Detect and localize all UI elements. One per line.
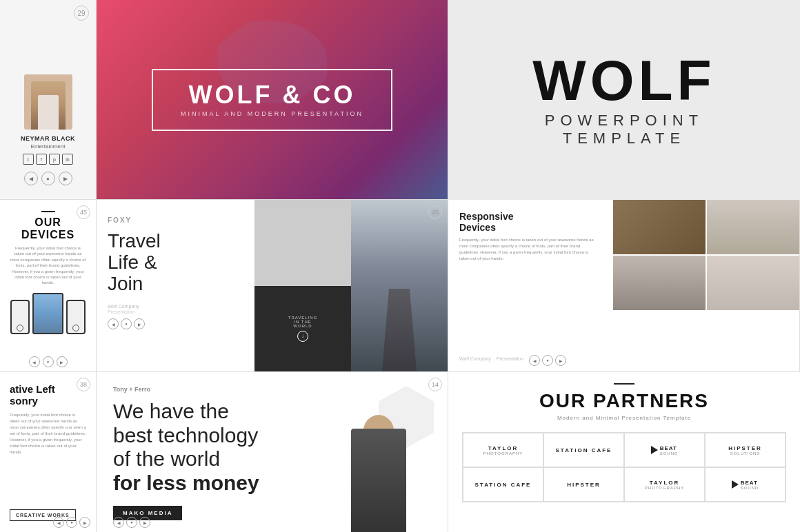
hero-box: WOLF & CO MINIMAL AND MODERN PRESENTATIO… <box>152 69 392 131</box>
prev-icon[interactable]: ◀ <box>24 172 38 185</box>
travel-image-1 <box>254 200 351 286</box>
masonry-title: ative Leftsonry <box>10 383 86 407</box>
devices-title-bar <box>41 211 55 212</box>
travel-title: TravelLife &Join <box>108 231 243 294</box>
partner-station-name-2: STATION CAFE <box>475 482 532 488</box>
devices-mockups <box>10 293 86 334</box>
slide-number-technology: 14 <box>428 378 442 391</box>
travel-next-icon[interactable]: ▶ <box>134 318 145 329</box>
profile-name: NEYMAR BLACK <box>21 135 75 142</box>
traveling-text: TRAVELINGIN THEWORLD <box>288 316 318 328</box>
phone-mockup-1 <box>10 300 30 334</box>
download-icon[interactable]: ↓ <box>297 331 308 342</box>
travel-home-icon[interactable]: ● <box>121 318 132 329</box>
facebook-icon[interactable]: f <box>36 154 47 165</box>
partner-taylor-1: TAYLORPHOTOGRAPHY <box>463 433 543 467</box>
devices-next-icon[interactable]: ▶ <box>57 356 68 367</box>
travel-image-2 <box>351 200 448 371</box>
title-card-slide: WOLF POWERPOINT TEMPLATE <box>448 0 800 200</box>
tower-image <box>351 200 448 371</box>
tablet-screen <box>34 294 62 333</box>
responsive-home-icon[interactable]: ● <box>542 355 553 366</box>
slide-number-travel: 45 <box>428 205 442 219</box>
travel-presentation-label: Presentation <box>108 309 243 314</box>
partner-station-1: STATION CAFE <box>543 433 624 467</box>
profile-slide: 29 NEYMAR BLACK Entertainment t f p in ◀… <box>0 0 97 200</box>
devices-nav: ◀ ● ▶ <box>0 356 96 367</box>
pinterest-icon[interactable]: p <box>49 154 60 165</box>
profile-photo <box>24 74 72 130</box>
resp-image-1 <box>613 200 706 254</box>
beat-text-2: BEAT SOUND <box>741 480 759 490</box>
resp-image-2 <box>707 200 799 254</box>
devices-title: OUR DEVICES <box>10 216 86 241</box>
resp-image-3 <box>613 256 706 310</box>
person-body <box>351 429 406 532</box>
travel-images: TRAVELINGIN THEWORLD ↓ <box>254 200 448 371</box>
responsive-company: Wolf Company <box>459 356 491 361</box>
play-triangle-1 <box>651 446 658 454</box>
masonry-text: Frequently, your initial font choice is … <box>10 412 86 456</box>
travel-footer: Wolf Company Presentation <box>108 304 243 314</box>
beat-text-1: BEAT SOUND <box>660 445 679 456</box>
profile-role: Entertainment <box>31 143 66 150</box>
partner-hipster-name-1: HIPSTERSOLUTIONS <box>728 445 762 456</box>
tech-person <box>337 408 420 532</box>
resp-image-4 <box>707 256 799 310</box>
partners-grid: TAYLORPHOTOGRAPHY STATION CAFE BEAT SOUN… <box>462 432 786 502</box>
partner-beat-play-1: BEAT SOUND <box>651 445 679 456</box>
responsive-images <box>613 200 799 310</box>
tech-next-icon[interactable]: ▶ <box>139 517 150 528</box>
tech-prev-icon[interactable]: ◀ <box>113 517 124 528</box>
responsive-presentation: Presentation <box>497 356 523 361</box>
partner-taylor-name-1: TAYLORPHOTOGRAPHY <box>483 445 523 456</box>
social-icons-group: t f p in <box>23 154 73 165</box>
hero-title: WOLF & CO <box>181 83 363 108</box>
play-triangle-2 <box>732 480 739 489</box>
home-icon[interactable]: ● <box>41 172 55 185</box>
travel-text-area: FOXY TravelLife &Join Wolf Company Prese… <box>97 200 254 371</box>
devices-home-icon[interactable]: ● <box>43 356 54 367</box>
title-wolf: WOLF <box>532 52 715 109</box>
partner-taylor-2: TAYLORPHOTOGRAPHY <box>624 467 705 502</box>
title-powerpoint: POWERPOINT <box>545 112 703 130</box>
partners-title-bar <box>614 383 634 385</box>
partner-taylor-name-2: TAYLORPHOTOGRAPHY <box>645 480 685 490</box>
partner-beat-play-2: BEAT SOUND <box>732 480 759 490</box>
partners-title: OUR PARTNERS <box>462 390 786 412</box>
masonry-next-icon[interactable]: ▶ <box>79 517 90 528</box>
devices-text: Frequently, your initial font choice is … <box>10 245 86 286</box>
partner-station-2: STATION CAFE <box>463 467 543 502</box>
travel-image-3: TRAVELINGIN THEWORLD ↓ <box>254 286 351 372</box>
responsive-nav: ◀ ● ▶ <box>529 355 566 366</box>
masonry-prev-icon[interactable]: ◀ <box>53 517 64 528</box>
responsive-prev-icon[interactable]: ◀ <box>529 355 540 366</box>
devices-slide: 45 OUR DEVICES Frequently, your initial … <box>0 200 97 372</box>
masonry-slide: 38 ative Leftsonry Frequently, your init… <box>0 372 97 532</box>
phone-mockup-2 <box>66 300 86 334</box>
tablet-mockup <box>32 293 63 334</box>
title-template: TEMPLATE <box>563 130 686 147</box>
tech-nav: ◀ ● ▶ <box>113 517 150 528</box>
travel-brand: FOXY <box>108 216 243 224</box>
partners-subtitle: Modern and Minimal Presentation Template <box>462 415 786 421</box>
tech-home-icon[interactable]: ● <box>126 517 137 528</box>
devices-prev-icon[interactable]: ◀ <box>29 356 40 367</box>
profile-nav-icons: ◀ ● ▶ <box>24 172 72 185</box>
responsive-text: Frequently, your initial font choice is … <box>459 237 597 262</box>
responsive-next-icon[interactable]: ▶ <box>555 355 566 366</box>
linkedin-icon[interactable]: in <box>62 154 73 165</box>
hero-slide: WOLF & CO MINIMAL AND MODERN PRESENTATIO… <box>97 0 448 200</box>
masonry-nav: ◀ ● ▶ <box>53 517 90 528</box>
partner-hipster-2: HIPSTER <box>543 467 624 502</box>
masonry-home-icon[interactable]: ● <box>66 517 77 528</box>
travel-prev-icon[interactable]: ◀ <box>108 318 119 329</box>
responsive-slide: ResponsiveDevices Frequently, your initi… <box>448 200 800 372</box>
wolf-company-label: Wolf Company <box>108 304 243 309</box>
slide-number-profile: 29 <box>74 6 89 21</box>
next-icon[interactable]: ▶ <box>59 172 72 185</box>
slide-number-devices: 45 <box>77 205 90 219</box>
partner-beat-1: BEAT SOUND <box>624 433 705 467</box>
twitter-icon[interactable]: t <box>23 154 34 165</box>
partner-hipster-name-2: HIPSTER <box>567 482 601 488</box>
